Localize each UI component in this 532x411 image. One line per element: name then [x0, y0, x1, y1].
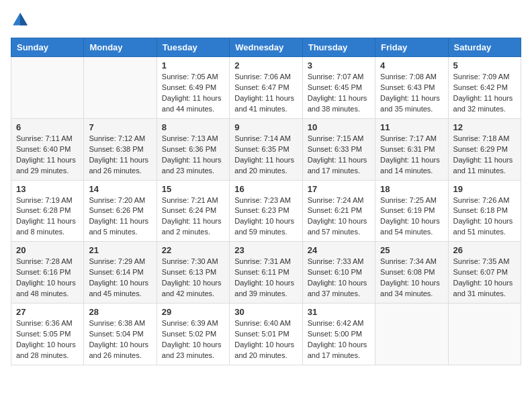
daylight-text: Daylight: 10 hours and 31 minutes. — [453, 278, 516, 300]
sunset-text: Sunset: 6:13 PM — [162, 267, 224, 278]
calendar-cell: 6Sunrise: 7:11 AMSunset: 6:40 PMDaylight… — [11, 118, 84, 180]
sunset-text: Sunset: 6:16 PM — [16, 267, 79, 278]
day-number: 1 — [162, 60, 224, 71]
sunrise-text: Sunrise: 7:21 AM — [162, 195, 224, 206]
calendar-cell: 21Sunrise: 7:29 AMSunset: 6:14 PMDayligh… — [84, 242, 157, 304]
calendar-cell: 20Sunrise: 7:28 AMSunset: 6:16 PMDayligh… — [11, 242, 84, 304]
day-number: 22 — [162, 245, 224, 255]
day-of-week-header: Sunday — [11, 38, 84, 57]
sunset-text: Sunset: 5:01 PM — [234, 329, 297, 340]
sunset-text: Sunset: 6:21 PM — [308, 205, 370, 216]
daylight-text: Daylight: 11 hours and 5 minutes. — [89, 216, 151, 238]
day-info: Sunrise: 7:07 AMSunset: 6:45 PMDaylight:… — [308, 72, 370, 115]
calendar-cell: 2Sunrise: 7:06 AMSunset: 6:47 PMDaylight… — [230, 57, 302, 119]
sunset-text: Sunset: 6:19 PM — [380, 205, 443, 216]
sunset-text: Sunset: 6:40 PM — [16, 144, 79, 155]
sunrise-text: Sunrise: 7:13 AM — [162, 134, 224, 144]
sunset-text: Sunset: 6:49 PM — [162, 83, 224, 93]
sunset-text: Sunset: 6:14 PM — [89, 267, 151, 278]
day-number: 27 — [16, 307, 79, 317]
sunset-text: Sunset: 6:43 PM — [380, 83, 443, 93]
sunrise-text: Sunrise: 7:28 AM — [16, 257, 79, 267]
sunset-text: Sunset: 6:23 PM — [234, 205, 297, 216]
sunrise-text: Sunrise: 6:42 AM — [308, 318, 370, 329]
daylight-text: Daylight: 11 hours and 26 minutes. — [89, 155, 151, 177]
day-number: 2 — [234, 60, 297, 71]
day-info: Sunrise: 7:09 AMSunset: 6:42 PMDaylight:… — [453, 72, 516, 115]
day-number: 12 — [453, 122, 516, 132]
daylight-text: Daylight: 10 hours and 17 minutes. — [308, 340, 370, 361]
sunrise-text: Sunrise: 7:26 AM — [453, 195, 516, 206]
day-number: 16 — [234, 184, 297, 194]
day-of-week-header: Thursday — [302, 38, 375, 57]
day-info: Sunrise: 7:17 AMSunset: 6:31 PMDaylight:… — [380, 134, 443, 177]
calendar-cell: 25Sunrise: 7:34 AMSunset: 6:08 PMDayligh… — [375, 242, 448, 304]
calendar-week-row: 27Sunrise: 6:36 AMSunset: 5:05 PMDayligh… — [11, 304, 521, 365]
day-info: Sunrise: 7:13 AMSunset: 6:36 PMDaylight:… — [162, 134, 224, 177]
day-number: 19 — [453, 184, 516, 194]
day-of-week-header: Monday — [84, 38, 157, 57]
calendar-cell — [448, 304, 521, 365]
page-header — [11, 11, 521, 30]
day-number: 7 — [89, 122, 151, 132]
day-number: 31 — [308, 307, 370, 317]
daylight-text: Daylight: 11 hours and 41 minutes. — [234, 93, 297, 115]
calendar-week-row: 1Sunrise: 7:05 AMSunset: 6:49 PMDaylight… — [11, 57, 521, 119]
sunset-text: Sunset: 6:11 PM — [234, 267, 297, 278]
day-number: 14 — [89, 184, 151, 194]
sunrise-text: Sunrise: 7:31 AM — [234, 257, 297, 267]
calendar-cell: 3Sunrise: 7:07 AMSunset: 6:45 PMDaylight… — [302, 57, 375, 119]
daylight-text: Daylight: 11 hours and 29 minutes. — [16, 155, 79, 177]
day-info: Sunrise: 7:30 AMSunset: 6:13 PMDaylight:… — [162, 257, 224, 300]
calendar-cell: 4Sunrise: 7:08 AMSunset: 6:43 PMDaylight… — [375, 57, 448, 119]
calendar-cell: 5Sunrise: 7:09 AMSunset: 6:42 PMDaylight… — [448, 57, 521, 119]
day-number: 20 — [16, 245, 79, 255]
calendar-cell: 15Sunrise: 7:21 AMSunset: 6:24 PMDayligh… — [157, 180, 229, 242]
day-number: 21 — [89, 245, 151, 255]
daylight-text: Daylight: 10 hours and 45 minutes. — [89, 278, 151, 300]
sunrise-text: Sunrise: 6:38 AM — [89, 318, 151, 329]
sunrise-text: Sunrise: 7:14 AM — [234, 134, 297, 144]
sunset-text: Sunset: 5:00 PM — [308, 329, 370, 340]
daylight-text: Daylight: 11 hours and 8 minutes. — [16, 216, 79, 238]
daylight-text: Daylight: 10 hours and 39 minutes. — [234, 278, 297, 300]
calendar-cell: 12Sunrise: 7:18 AMSunset: 6:29 PMDayligh… — [448, 118, 521, 180]
sunset-text: Sunset: 6:26 PM — [89, 205, 151, 216]
calendar-cell — [375, 304, 448, 365]
calendar-cell: 1Sunrise: 7:05 AMSunset: 6:49 PMDaylight… — [157, 57, 229, 119]
sunrise-text: Sunrise: 6:40 AM — [234, 318, 297, 329]
calendar-cell: 24Sunrise: 7:33 AMSunset: 6:10 PMDayligh… — [302, 242, 375, 304]
day-info: Sunrise: 7:14 AMSunset: 6:35 PMDaylight:… — [234, 134, 297, 177]
day-number: 6 — [16, 122, 79, 132]
calendar-cell: 17Sunrise: 7:24 AMSunset: 6:21 PMDayligh… — [302, 180, 375, 242]
day-info: Sunrise: 7:23 AMSunset: 6:23 PMDaylight:… — [234, 195, 297, 238]
sunset-text: Sunset: 6:18 PM — [453, 205, 516, 216]
sunrise-text: Sunrise: 7:20 AM — [89, 195, 151, 206]
day-info: Sunrise: 7:33 AMSunset: 6:10 PMDaylight:… — [308, 257, 370, 300]
daylight-text: Daylight: 10 hours and 26 minutes. — [89, 340, 151, 361]
sunrise-text: Sunrise: 7:05 AM — [162, 72, 224, 83]
logo-icon — [11, 11, 30, 30]
calendar-week-row: 13Sunrise: 7:19 AMSunset: 6:28 PMDayligh… — [11, 180, 521, 242]
calendar-cell: 30Sunrise: 6:40 AMSunset: 5:01 PMDayligh… — [230, 304, 302, 365]
daylight-text: Daylight: 11 hours and 32 minutes. — [453, 93, 516, 115]
sunset-text: Sunset: 5:02 PM — [162, 329, 224, 340]
logo — [11, 11, 32, 30]
day-number: 28 — [89, 307, 151, 317]
day-number: 13 — [16, 184, 79, 194]
day-info: Sunrise: 7:34 AMSunset: 6:08 PMDaylight:… — [380, 257, 443, 300]
calendar-week-row: 6Sunrise: 7:11 AMSunset: 6:40 PMDaylight… — [11, 118, 521, 180]
calendar-cell — [84, 57, 157, 119]
day-number: 30 — [234, 307, 297, 317]
calendar-cell: 28Sunrise: 6:38 AMSunset: 5:04 PMDayligh… — [84, 304, 157, 365]
day-info: Sunrise: 7:19 AMSunset: 6:28 PMDaylight:… — [16, 195, 79, 238]
day-number: 23 — [234, 245, 297, 255]
sunset-text: Sunset: 6:29 PM — [453, 144, 516, 155]
calendar-cell — [11, 57, 84, 119]
day-info: Sunrise: 7:28 AMSunset: 6:16 PMDaylight:… — [16, 257, 79, 300]
daylight-text: Daylight: 10 hours and 42 minutes. — [162, 278, 224, 300]
sunset-text: Sunset: 6:28 PM — [16, 205, 79, 216]
calendar-week-row: 20Sunrise: 7:28 AMSunset: 6:16 PMDayligh… — [11, 242, 521, 304]
day-info: Sunrise: 6:36 AMSunset: 5:05 PMDaylight:… — [16, 318, 79, 361]
daylight-text: Daylight: 10 hours and 57 minutes. — [308, 216, 370, 238]
